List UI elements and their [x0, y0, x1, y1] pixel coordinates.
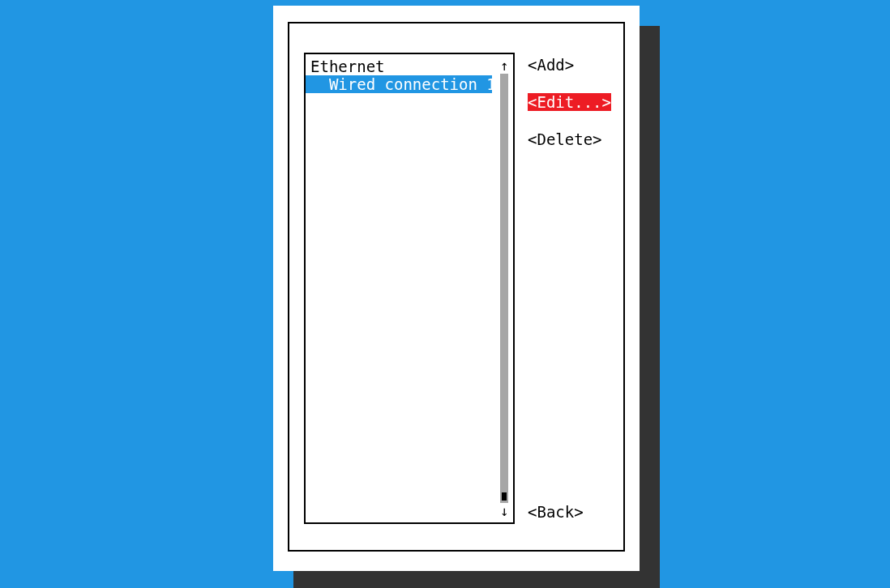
scrollbar[interactable]: ↑ ↓: [498, 58, 510, 519]
dialog-body: Ethernet Wired connection 1 ↑ ↓ <Add> <E…: [304, 53, 609, 535]
back-button-label: <Back>: [528, 503, 584, 521]
delete-button[interactable]: <Delete>: [528, 130, 611, 168]
delete-button-label: <Delete>: [528, 130, 602, 148]
spacer: [528, 168, 611, 503]
dialog-frame: Ethernet Wired connection 1 ↑ ↓ <Add> <E…: [288, 22, 625, 552]
add-button[interactable]: <Add>: [528, 56, 611, 93]
edit-button-label: <Edit...>: [528, 93, 611, 111]
connection-list-panel: Ethernet Wired connection 1 ↑ ↓: [304, 53, 515, 524]
connection-category: Ethernet: [306, 58, 513, 75]
scroll-up-icon[interactable]: ↑: [500, 58, 508, 74]
action-column: <Add> <Edit...> <Delete> <Back>: [528, 53, 611, 524]
connection-item[interactable]: Wired connection 1: [306, 75, 492, 93]
scroll-thumb[interactable]: [502, 492, 507, 501]
edit-button[interactable]: <Edit...>: [528, 93, 611, 130]
scroll-track[interactable]: [500, 74, 508, 503]
back-button[interactable]: <Back>: [528, 503, 584, 521]
add-button-label: <Add>: [528, 56, 574, 74]
dialog-window: Ethernet Wired connection 1 ↑ ↓ <Add> <E…: [273, 6, 640, 571]
scroll-down-icon[interactable]: ↓: [500, 503, 508, 519]
